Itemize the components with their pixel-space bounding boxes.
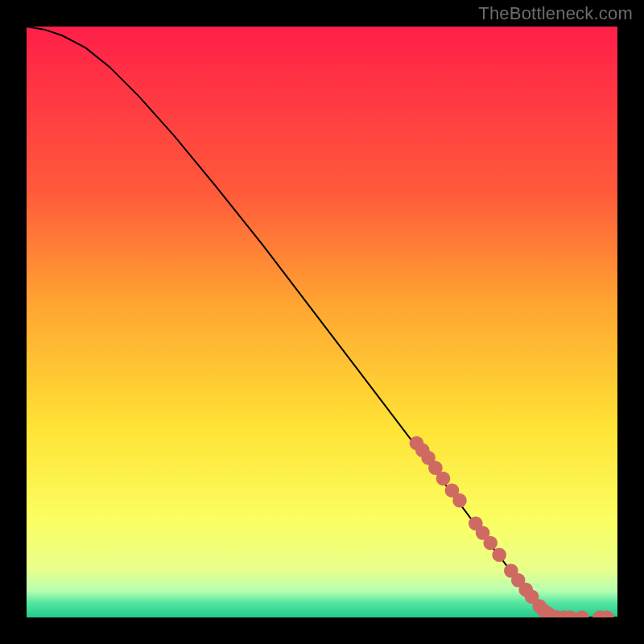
data-marker xyxy=(492,547,506,562)
watermark-text: TheBottleneck.com xyxy=(478,3,633,24)
chart-plot-area xyxy=(27,27,617,617)
chart-svg xyxy=(27,27,617,617)
chart-frame: TheBottleneck.com xyxy=(0,0,644,644)
data-marker xyxy=(452,493,467,508)
data-marker xyxy=(436,472,451,486)
data-marker xyxy=(483,536,497,551)
